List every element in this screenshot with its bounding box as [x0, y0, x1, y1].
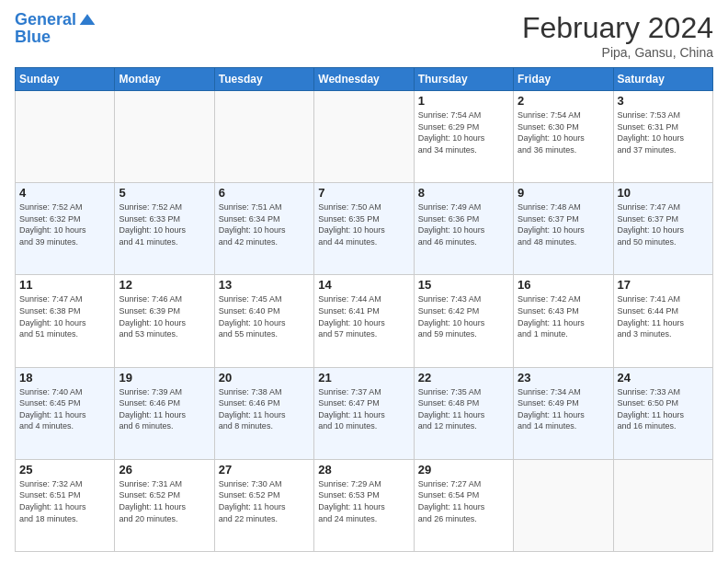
day-number-3-2: 20: [219, 371, 310, 385]
week-row-3: 18Sunrise: 7:40 AM Sunset: 6:45 PM Dayli…: [16, 367, 713, 459]
day-number-3-4: 22: [418, 371, 509, 385]
calendar-cell-1-6: 10Sunrise: 7:47 AM Sunset: 6:37 PM Dayli…: [613, 183, 712, 275]
day-info-1-1: Sunrise: 7:52 AM Sunset: 6:33 PM Dayligh…: [119, 201, 210, 247]
day-info-4-4: Sunrise: 7:27 AM Sunset: 6:54 PM Dayligh…: [418, 478, 509, 524]
title-block: February 2024 Pipa, Gansu, China: [522, 11, 713, 60]
calendar-cell-0-0: [16, 91, 115, 183]
day-info-1-3: Sunrise: 7:50 AM Sunset: 6:35 PM Dayligh…: [318, 201, 409, 247]
day-info-1-4: Sunrise: 7:49 AM Sunset: 6:36 PM Dayligh…: [418, 201, 509, 247]
calendar-cell-0-6: 3Sunrise: 7:53 AM Sunset: 6:31 PM Daylig…: [613, 91, 712, 183]
header-wednesday: Wednesday: [314, 68, 414, 91]
page: General Blue February 2024 Pipa, Gansu, …: [0, 0, 728, 563]
calendar-table: Sunday Monday Tuesday Wednesday Thursday…: [15, 67, 713, 552]
day-number-0-6: 3: [618, 94, 709, 108]
calendar-cell-0-3: [314, 91, 414, 183]
calendar-cell-3-6: 24Sunrise: 7:33 AM Sunset: 6:50 PM Dayli…: [613, 367, 712, 459]
calendar-cell-3-2: 20Sunrise: 7:38 AM Sunset: 6:46 PM Dayli…: [214, 367, 313, 459]
header-monday: Monday: [115, 68, 214, 91]
location-subtitle: Pipa, Gansu, China: [522, 45, 713, 60]
logo-text: General: [15, 11, 76, 29]
day-info-2-1: Sunrise: 7:46 AM Sunset: 6:39 PM Dayligh…: [119, 293, 210, 339]
day-info-2-6: Sunrise: 7:41 AM Sunset: 6:44 PM Dayligh…: [618, 293, 709, 339]
calendar-cell-3-0: 18Sunrise: 7:40 AM Sunset: 6:45 PM Dayli…: [16, 367, 115, 459]
calendar-cell-1-0: 4Sunrise: 7:52 AM Sunset: 6:32 PM Daylig…: [16, 183, 115, 275]
day-number-0-4: 1: [418, 94, 509, 108]
day-info-3-4: Sunrise: 7:35 AM Sunset: 6:48 PM Dayligh…: [418, 386, 509, 432]
day-info-3-2: Sunrise: 7:38 AM Sunset: 6:46 PM Dayligh…: [219, 386, 310, 432]
calendar-cell-4-5: [514, 459, 613, 551]
day-number-0-5: 2: [518, 94, 609, 108]
calendar-cell-3-5: 23Sunrise: 7:34 AM Sunset: 6:49 PM Dayli…: [514, 367, 613, 459]
calendar-cell-1-4: 8Sunrise: 7:49 AM Sunset: 6:36 PM Daylig…: [414, 183, 513, 275]
day-info-4-2: Sunrise: 7:30 AM Sunset: 6:52 PM Dayligh…: [219, 478, 310, 524]
week-row-2: 11Sunrise: 7:47 AM Sunset: 6:38 PM Dayli…: [16, 275, 713, 367]
calendar-cell-0-1: [115, 91, 214, 183]
day-number-2-1: 12: [119, 278, 210, 292]
calendar-cell-4-1: 26Sunrise: 7:31 AM Sunset: 6:52 PM Dayli…: [115, 459, 214, 551]
day-info-2-4: Sunrise: 7:43 AM Sunset: 6:42 PM Dayligh…: [418, 293, 509, 339]
day-number-2-2: 13: [219, 278, 310, 292]
calendar-cell-4-4: 29Sunrise: 7:27 AM Sunset: 6:54 PM Dayli…: [414, 459, 513, 551]
day-number-4-4: 29: [418, 463, 509, 477]
logo-blue: Blue: [15, 28, 97, 47]
header-tuesday: Tuesday: [214, 68, 313, 91]
day-number-4-1: 26: [119, 463, 210, 477]
day-number-1-4: 8: [418, 186, 509, 200]
day-info-1-0: Sunrise: 7:52 AM Sunset: 6:32 PM Dayligh…: [19, 201, 110, 247]
day-number-1-2: 6: [219, 186, 310, 200]
calendar-cell-4-6: [613, 459, 712, 551]
day-number-4-3: 28: [318, 463, 409, 477]
calendar-header-row: Sunday Monday Tuesday Wednesday Thursday…: [16, 68, 713, 91]
week-row-1: 4Sunrise: 7:52 AM Sunset: 6:32 PM Daylig…: [16, 183, 713, 275]
calendar-cell-4-0: 25Sunrise: 7:32 AM Sunset: 6:51 PM Dayli…: [16, 459, 115, 551]
day-info-0-6: Sunrise: 7:53 AM Sunset: 6:31 PM Dayligh…: [618, 109, 709, 155]
calendar-cell-2-5: 16Sunrise: 7:42 AM Sunset: 6:43 PM Dayli…: [514, 275, 613, 367]
week-row-0: 1Sunrise: 7:54 AM Sunset: 6:29 PM Daylig…: [16, 91, 713, 183]
calendar-cell-2-6: 17Sunrise: 7:41 AM Sunset: 6:44 PM Dayli…: [613, 275, 712, 367]
calendar-cell-0-4: 1Sunrise: 7:54 AM Sunset: 6:29 PM Daylig…: [414, 91, 513, 183]
calendar-cell-2-0: 11Sunrise: 7:47 AM Sunset: 6:38 PM Dayli…: [16, 275, 115, 367]
svg-marker-0: [80, 14, 96, 25]
day-number-1-3: 7: [318, 186, 409, 200]
day-number-2-3: 14: [318, 278, 409, 292]
day-number-2-4: 15: [418, 278, 509, 292]
calendar-cell-1-5: 9Sunrise: 7:48 AM Sunset: 6:37 PM Daylig…: [514, 183, 613, 275]
calendar-cell-4-3: 28Sunrise: 7:29 AM Sunset: 6:53 PM Dayli…: [314, 459, 414, 551]
calendar-cell-2-3: 14Sunrise: 7:44 AM Sunset: 6:41 PM Dayli…: [314, 275, 414, 367]
header-saturday: Saturday: [613, 68, 712, 91]
day-number-2-6: 17: [618, 278, 709, 292]
day-info-4-3: Sunrise: 7:29 AM Sunset: 6:53 PM Dayligh…: [318, 478, 409, 524]
header-sunday: Sunday: [16, 68, 115, 91]
day-info-1-5: Sunrise: 7:48 AM Sunset: 6:37 PM Dayligh…: [518, 201, 609, 247]
day-info-3-3: Sunrise: 7:37 AM Sunset: 6:47 PM Dayligh…: [318, 386, 409, 432]
calendar-cell-3-1: 19Sunrise: 7:39 AM Sunset: 6:46 PM Dayli…: [115, 367, 214, 459]
calendar-cell-4-2: 27Sunrise: 7:30 AM Sunset: 6:52 PM Dayli…: [214, 459, 313, 551]
logo-icon: [78, 11, 97, 29]
calendar-cell-2-1: 12Sunrise: 7:46 AM Sunset: 6:39 PM Dayli…: [115, 275, 214, 367]
day-info-3-5: Sunrise: 7:34 AM Sunset: 6:49 PM Dayligh…: [518, 386, 609, 432]
day-number-3-5: 23: [518, 371, 609, 385]
calendar-cell-2-4: 15Sunrise: 7:43 AM Sunset: 6:42 PM Dayli…: [414, 275, 513, 367]
day-number-2-5: 16: [518, 278, 609, 292]
month-title: February 2024: [522, 11, 713, 45]
day-info-3-0: Sunrise: 7:40 AM Sunset: 6:45 PM Dayligh…: [19, 386, 110, 432]
calendar-cell-0-5: 2Sunrise: 7:54 AM Sunset: 6:30 PM Daylig…: [514, 91, 613, 183]
day-info-4-0: Sunrise: 7:32 AM Sunset: 6:51 PM Dayligh…: [19, 478, 110, 524]
day-info-2-0: Sunrise: 7:47 AM Sunset: 6:38 PM Dayligh…: [19, 293, 110, 339]
day-info-0-5: Sunrise: 7:54 AM Sunset: 6:30 PM Dayligh…: [518, 109, 609, 155]
logo: General Blue: [15, 11, 97, 47]
header-friday: Friday: [514, 68, 613, 91]
calendar-cell-3-3: 21Sunrise: 7:37 AM Sunset: 6:47 PM Dayli…: [314, 367, 414, 459]
day-info-2-2: Sunrise: 7:45 AM Sunset: 6:40 PM Dayligh…: [219, 293, 310, 339]
day-info-3-6: Sunrise: 7:33 AM Sunset: 6:50 PM Dayligh…: [618, 386, 709, 432]
calendar-cell-1-3: 7Sunrise: 7:50 AM Sunset: 6:35 PM Daylig…: [314, 183, 414, 275]
week-row-4: 25Sunrise: 7:32 AM Sunset: 6:51 PM Dayli…: [16, 459, 713, 551]
day-info-0-4: Sunrise: 7:54 AM Sunset: 6:29 PM Dayligh…: [418, 109, 509, 155]
day-info-2-3: Sunrise: 7:44 AM Sunset: 6:41 PM Dayligh…: [318, 293, 409, 339]
day-info-3-1: Sunrise: 7:39 AM Sunset: 6:46 PM Dayligh…: [119, 386, 210, 432]
calendar-cell-1-1: 5Sunrise: 7:52 AM Sunset: 6:33 PM Daylig…: [115, 183, 214, 275]
day-info-2-5: Sunrise: 7:42 AM Sunset: 6:43 PM Dayligh…: [518, 293, 609, 339]
header-thursday: Thursday: [414, 68, 513, 91]
calendar-cell-1-2: 6Sunrise: 7:51 AM Sunset: 6:34 PM Daylig…: [214, 183, 313, 275]
calendar-cell-3-4: 22Sunrise: 7:35 AM Sunset: 6:48 PM Dayli…: [414, 367, 513, 459]
